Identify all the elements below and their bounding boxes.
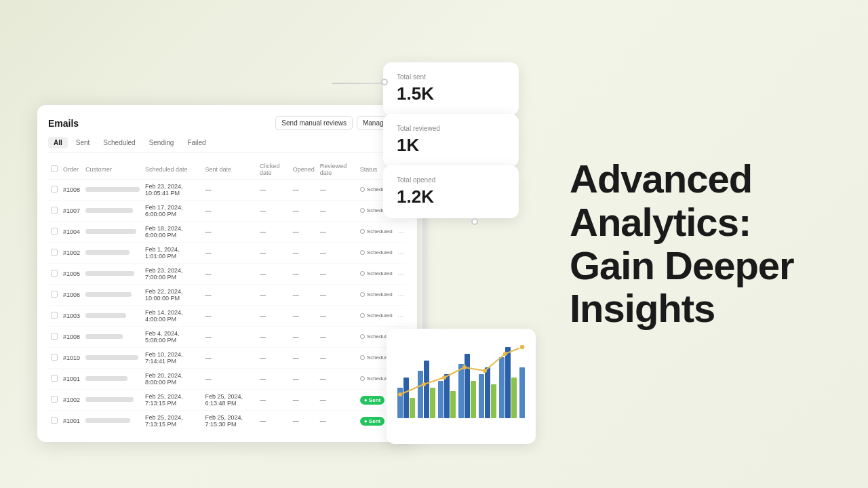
scheduled-date: Feb 25, 2024, 7:13:15 PM [142, 411, 203, 432]
svg-point-23 [483, 369, 487, 373]
clicked-date: — [257, 285, 290, 306]
connector-dot [381, 79, 388, 85]
status-cell: Scheduled [357, 222, 395, 243]
svg-rect-3 [418, 371, 423, 418]
select-all-checkbox[interactable] [51, 165, 58, 172]
customer-cell [83, 390, 142, 411]
customer-cell [83, 264, 142, 285]
opened: — [290, 264, 317, 285]
opened: — [290, 348, 317, 369]
scheduled-date: Feb 4, 2024, 5:08:00 PM [142, 327, 203, 348]
customer-cell [83, 369, 142, 390]
order-id: #1002 [60, 243, 83, 264]
table-row: #1007 Feb 17, 2024, 6:00:00 PM — — — — S… [48, 201, 406, 222]
svg-rect-1 [403, 378, 409, 418]
svg-rect-11 [471, 381, 476, 418]
reviewed-date: — [317, 348, 357, 369]
opened: — [290, 243, 317, 264]
order-id: #1008 [60, 327, 83, 348]
more-options[interactable]: ··· [398, 291, 403, 299]
tab-failed[interactable]: Failed [182, 137, 211, 148]
reviewed-date: — [317, 285, 357, 306]
reviewed-date: — [317, 390, 357, 411]
svg-rect-0 [397, 388, 403, 418]
col-customer: Customer [83, 160, 142, 180]
clicked-date: — [257, 264, 290, 285]
row-checkbox[interactable] [51, 375, 58, 382]
status-badge-scheduled: Scheduled [360, 228, 393, 235]
more-cell: ··· [395, 306, 406, 327]
scheduled-date: Feb 25, 2024, 7:13:15 PM [142, 390, 203, 411]
status-badge-sent: ● Sent [360, 417, 384, 426]
tab-scheduled[interactable]: Scheduled [98, 137, 140, 148]
clicked-date: — [257, 243, 290, 264]
reviewed-date: — [317, 306, 357, 327]
status-badge-sent: ● Sent [360, 396, 384, 405]
tab-all[interactable]: All [48, 137, 68, 148]
row-checkbox[interactable] [51, 291, 58, 298]
svg-rect-12 [479, 374, 484, 418]
svg-rect-6 [438, 381, 443, 418]
col-reviewed: Reviewed date [317, 160, 357, 180]
send-manual-button[interactable]: Send manual reviews [275, 116, 353, 130]
scheduled-date: Feb 20, 2024, 8:00:00 PM [142, 369, 203, 390]
tab-sending[interactable]: Sending [144, 137, 180, 148]
svg-rect-13 [485, 367, 490, 418]
scheduled-date: Feb 22, 2024, 10:00:00 PM [142, 285, 203, 306]
svg-rect-16 [505, 347, 511, 418]
order-id: #1001 [60, 411, 83, 432]
svg-rect-7 [444, 374, 450, 418]
svg-rect-2 [410, 398, 415, 418]
headline-container: Advanced Analytics: Gain Deeper Insights [570, 157, 827, 330]
sent-date: — [203, 222, 257, 243]
order-id: #1010 [60, 348, 83, 369]
reviewed-date: — [317, 369, 357, 390]
row-checkbox[interactable] [51, 228, 58, 235]
col-scheduled: Scheduled date [142, 160, 203, 180]
more-cell: ··· [395, 285, 406, 306]
status-cell: Scheduled [357, 285, 395, 306]
order-id: #1004 [60, 222, 83, 243]
row-checkbox[interactable] [51, 270, 58, 277]
stat-card-total-opened: Total opened 1.2K [383, 165, 519, 218]
tab-sent[interactable]: Sent [71, 137, 96, 148]
opened: — [290, 285, 317, 306]
order-id: #1008 [60, 180, 83, 201]
scheduled-date: Feb 23, 2024, 10:05:41 PM [142, 180, 203, 201]
clicked-date: — [257, 306, 290, 327]
row-checkbox[interactable] [51, 207, 58, 214]
row-checkbox[interactable] [51, 249, 58, 256]
scheduled-date: Feb 23, 2024, 7:00:00 PM [142, 264, 203, 285]
row-checkbox[interactable] [51, 186, 58, 192]
connector-dot2 [471, 218, 478, 225]
customer-cell [83, 411, 142, 432]
col-sent: Sent date [203, 160, 257, 180]
row-checkbox[interactable] [51, 396, 58, 403]
sent-date: — [203, 306, 257, 327]
more-options[interactable]: ··· [398, 270, 403, 278]
scheduled-date: Feb 1, 2024, 1:01:00 PM [142, 243, 203, 264]
more-options[interactable]: ··· [398, 249, 403, 257]
svg-rect-10 [465, 354, 470, 418]
reviewed-date: — [317, 180, 357, 201]
order-id: #1002 [60, 390, 83, 411]
customer-cell [83, 222, 142, 243]
stat-total-opened-value: 1.2K [397, 186, 505, 207]
reviewed-date: — [317, 264, 357, 285]
customer-cell [83, 348, 142, 369]
row-checkbox[interactable] [51, 312, 58, 319]
opened: — [290, 411, 317, 432]
row-checkbox[interactable] [51, 333, 58, 340]
row-checkbox[interactable] [51, 417, 58, 424]
svg-point-24 [503, 352, 507, 356]
clicked-date: — [257, 411, 290, 432]
more-options[interactable]: ··· [398, 228, 403, 236]
svg-rect-17 [511, 378, 517, 418]
order-id: #1006 [60, 285, 83, 306]
clicked-date: — [257, 201, 290, 222]
chart-card [387, 329, 536, 444]
scheduled-date: Feb 10, 2024, 7:14:41 PM [142, 348, 203, 369]
row-checkbox[interactable] [51, 354, 58, 361]
table-row: #1006 Feb 22, 2024, 10:00:00 PM — — — — … [48, 285, 406, 306]
more-options[interactable]: ··· [398, 312, 403, 320]
